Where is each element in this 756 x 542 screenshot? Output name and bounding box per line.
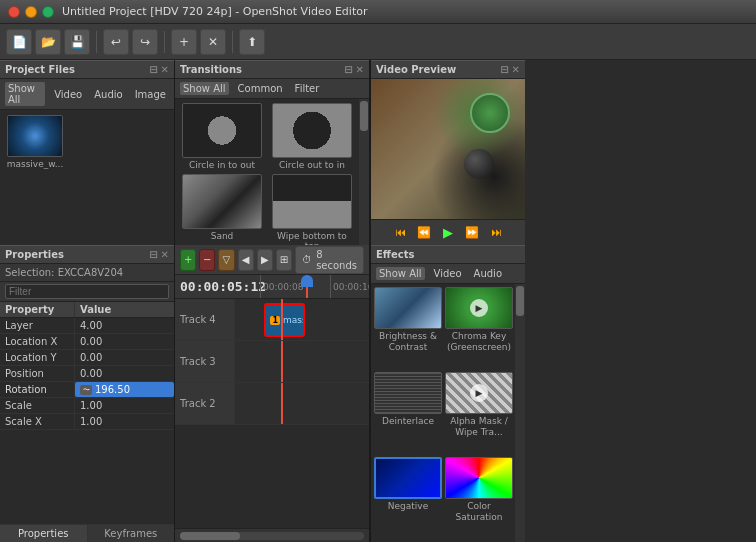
effect-thumb-color-sat <box>445 457 513 499</box>
prop-val-locx[interactable]: 0.00 <box>75 334 174 349</box>
transition-circle-out-in[interactable]: Circle out to in <box>269 103 355 170</box>
prop-row-locy[interactable]: Location Y 0.00 <box>0 350 174 366</box>
filter-button[interactable]: ▽ <box>218 249 234 271</box>
vp-header-icons: ⊟ ✕ <box>500 64 520 75</box>
prop-val-layer[interactable]: 4.00 <box>75 318 174 333</box>
effect-chroma-key[interactable]: ▶ Chroma Key (Greenscreen) <box>445 287 513 369</box>
timeline-fwd-button[interactable]: ▶ <box>257 249 273 271</box>
time-marker-0: 00:00:08 <box>260 275 303 298</box>
effect-color-saturation[interactable]: Color Saturation <box>445 457 513 539</box>
trans-tab-filter[interactable]: Filter <box>292 82 323 95</box>
properties-title: Properties <box>5 249 64 260</box>
add-clip-button[interactable]: + <box>180 249 196 271</box>
effects-tabs: Show All Video Audio <box>371 264 525 284</box>
preview-end-button[interactable]: ⏭ <box>486 223 506 243</box>
preview-rewind-button[interactable]: ⏮ <box>390 223 410 243</box>
prop-row-pos[interactable]: Position 0.00 <box>0 366 174 382</box>
video-screen <box>371 79 525 219</box>
property-filter <box>0 282 174 302</box>
undo-button[interactable]: ↩ <box>103 29 129 55</box>
effects-tab-audio[interactable]: Audio <box>471 267 505 280</box>
track-content-2[interactable] <box>235 383 369 424</box>
effects-tab-showall[interactable]: Show All <box>376 267 425 280</box>
vp-close-icon[interactable]: ✕ <box>512 64 520 75</box>
track-content-3[interactable] <box>235 341 369 382</box>
add-marker-button[interactable]: + <box>171 29 197 55</box>
prop-row-scale[interactable]: Scale 1.00 <box>0 398 174 414</box>
export-button[interactable]: ⬆ <box>239 29 265 55</box>
close-button[interactable] <box>8 6 20 18</box>
effect-alpha-mask[interactable]: ▶ Alpha Mask / Wipe Tra... <box>445 372 513 454</box>
tab-keyframes[interactable]: Keyframes <box>88 525 175 542</box>
prop-val-scalex[interactable]: 1.00 <box>75 414 174 429</box>
project-file-item[interactable]: massive_w... <box>5 115 65 169</box>
preview-back-button[interactable]: ⏪ <box>414 223 434 243</box>
effect-brightness-contrast[interactable]: Brightness & Contrast <box>374 287 442 369</box>
toolbar-separator-1 <box>96 31 97 53</box>
prop-row-locx[interactable]: Location X 0.00 <box>0 334 174 350</box>
titlebar: Untitled Project [HDV 720 24p] - OpenSho… <box>0 0 756 24</box>
trans-thumb-circle-out-in <box>272 103 352 158</box>
prop-row-layer[interactable]: Layer 4.00 <box>0 318 174 334</box>
prop-row-rotation[interactable]: Rotation 〜 196.50 <box>0 382 174 398</box>
remove-button[interactable]: ✕ <box>200 29 226 55</box>
redo-button[interactable]: ↪ <box>132 29 158 55</box>
save-button[interactable]: 💾 <box>64 29 90 55</box>
window-title: Untitled Project [HDV 720 24p] - OpenSho… <box>62 5 367 18</box>
prop-row-scalex[interactable]: Scale X 1.00 <box>0 414 174 430</box>
curve-icon[interactable]: 〜 <box>80 385 92 395</box>
filter-input[interactable] <box>5 284 169 299</box>
trans-label-1: Circle out to in <box>279 160 345 170</box>
trans-tab-showall[interactable]: Show All <box>180 82 229 95</box>
effect-negative[interactable]: Negative <box>374 457 442 539</box>
new-button[interactable]: 📄 <box>6 29 32 55</box>
tab-audio[interactable]: Audio <box>91 88 125 101</box>
properties-close-icon[interactable]: ✕ <box>161 249 169 260</box>
effect-deinterlace[interactable]: Deinterlace <box>374 372 442 454</box>
maximize-button[interactable] <box>42 6 54 18</box>
panel-close-icon[interactable]: ✕ <box>161 64 169 75</box>
prop-val-pos[interactable]: 0.00 <box>75 366 174 381</box>
scroll-thumb <box>180 532 240 540</box>
play-overlay-chroma: ▶ <box>470 299 488 317</box>
transition-sand[interactable]: Sand <box>179 174 265 245</box>
tab-properties[interactable]: Properties <box>0 525 88 542</box>
timeline-scrollbar[interactable] <box>175 528 369 542</box>
open-button[interactable]: 📂 <box>35 29 61 55</box>
vp-resize-icon[interactable]: ⊟ <box>500 64 508 75</box>
trans-close-icon[interactable]: ✕ <box>356 64 364 75</box>
prop-val-scale[interactable]: 1.00 <box>75 398 174 413</box>
properties-resize-icon[interactable]: ⊟ <box>149 249 157 260</box>
prop-val-rotation[interactable]: 〜 196.50 <box>75 382 174 397</box>
file-label: massive_w... <box>7 159 64 169</box>
properties-header: Properties ⊟ ✕ <box>0 245 174 264</box>
remove-clip-button[interactable]: − <box>199 249 215 271</box>
effect-thumb-deint <box>374 372 442 414</box>
trans-tab-common[interactable]: Common <box>235 82 286 95</box>
tab-show-all[interactable]: Show All <box>5 82 45 106</box>
track-content-4[interactable]: 1 massive_... <box>235 299 369 340</box>
clip-block-massive[interactable]: 1 massive_... <box>264 303 304 337</box>
effects-tab-video[interactable]: Video <box>431 267 465 280</box>
transitions-scrollbar[interactable] <box>359 99 369 245</box>
snap-button[interactable]: ⊞ <box>276 249 292 271</box>
prop-name-pos: Position <box>0 366 75 381</box>
window-controls <box>8 6 54 18</box>
playhead-line <box>306 275 308 298</box>
minimize-button[interactable] <box>25 6 37 18</box>
track-label-2: Track 2 <box>175 383 235 424</box>
effects-scrollbar[interactable] <box>515 284 525 542</box>
prop-val-locy[interactable]: 0.00 <box>75 350 174 365</box>
transition-wipe-bottom[interactable]: Wipe bottom to top <box>269 174 355 245</box>
tab-image[interactable]: Image <box>132 88 169 101</box>
properties-header-icons: ⊟ ✕ <box>149 249 169 260</box>
timeline-back-button[interactable]: ◀ <box>238 249 254 271</box>
preview-forward-button[interactable]: ⏩ <box>462 223 482 243</box>
panel-resize-icon[interactable]: ⊟ <box>149 64 157 75</box>
trans-thumb-sand <box>182 174 262 229</box>
transition-circle-in-out[interactable]: Circle in to out <box>179 103 265 170</box>
tab-video[interactable]: Video <box>51 88 85 101</box>
trans-resize-icon[interactable]: ⊟ <box>344 64 352 75</box>
effect-label-chroma: Chroma Key (Greenscreen) <box>445 331 513 353</box>
preview-play-button[interactable]: ▶ <box>438 223 458 243</box>
